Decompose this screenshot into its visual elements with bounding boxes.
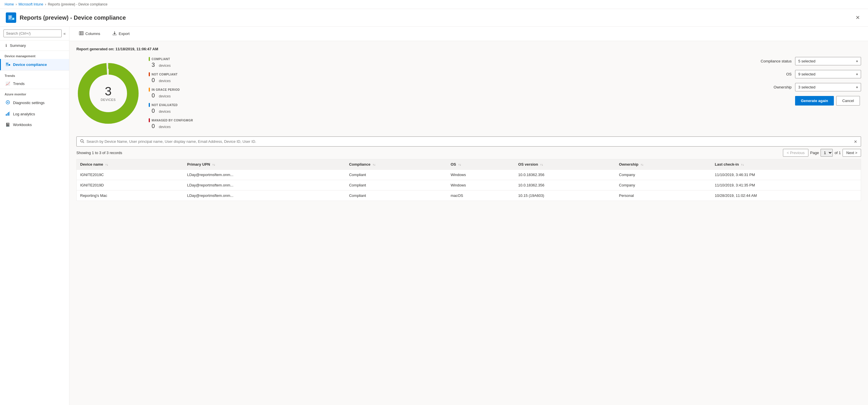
cell-device-name: IGNITE2019C <box>77 170 184 180</box>
svg-rect-8 <box>6 63 8 64</box>
info-icon: ℹ <box>5 43 7 48</box>
svg-rect-2 <box>9 17 11 18</box>
donut-chart: 3 DEVICES <box>76 62 140 125</box>
sidebar-item-label: Summary <box>10 43 26 48</box>
legend-item-configmgr: MANAGED BY CONFIGMGR 0 devices <box>149 118 193 130</box>
donut-container: 3 DEVICES COMPLIANT <box>76 57 193 130</box>
grace-period-bar <box>149 88 150 92</box>
sidebar-section-trends: Trends <box>0 70 69 79</box>
legend-item-compliant: COMPLIANT 3 devices <box>149 57 193 68</box>
page-select[interactable]: 1 <box>820 149 833 157</box>
svg-rect-1 <box>9 16 11 16</box>
not-evaluated-count: 0 <box>149 107 155 114</box>
os-filter: OS 9 selected ▾ <box>751 70 861 78</box>
close-button[interactable]: ✕ <box>853 13 862 22</box>
svg-rect-14 <box>7 113 8 115</box>
col-last-checkin[interactable]: Last check-in ↑↓ <box>711 159 861 170</box>
ownership-label: Ownership <box>751 85 792 89</box>
configmgr-bar <box>149 118 150 122</box>
filter-actions: Generate again Cancel <box>751 96 861 105</box>
svg-rect-5 <box>12 19 13 20</box>
os-label: OS <box>751 72 792 76</box>
chart-filters-row: 3 DEVICES COMPLIANT <box>76 57 861 130</box>
cell-os-version: 10.0.18362.356 <box>515 180 615 191</box>
sidebar-item-device-compliance[interactable]: Device compliance <box>0 59 69 70</box>
sidebar-item-log-analytics[interactable]: Log analytics <box>0 108 69 120</box>
sidebar: « ℹ Summary Device management Device com… <box>0 27 69 405</box>
svg-rect-18 <box>81 32 82 35</box>
legend: COMPLIANT 3 devices NOT COMPLIANT <box>149 57 193 130</box>
cell-compliance: Compliant <box>345 191 447 201</box>
compliance-status-value: 5 selected <box>798 59 815 63</box>
cancel-button[interactable]: Cancel <box>836 96 860 105</box>
col-compliance[interactable]: Compliance ↑↓ <box>345 159 447 170</box>
col-ownership[interactable]: Ownership ↑↓ <box>615 159 711 170</box>
table-search-bar: ✕ <box>76 136 861 146</box>
report-generated: Report generated on: 11/18/2019, 11:06:4… <box>76 47 861 51</box>
export-button[interactable]: Export <box>108 29 133 38</box>
data-table: Device name ↑↓ Primary UPN ↑↓ Compliance… <box>76 159 861 201</box>
chevron-down-icon: ▾ <box>856 85 858 89</box>
ownership-value: 3 selected <box>798 85 815 89</box>
table-row[interactable]: Reporting's Mac LDay@reportmsftem.onm...… <box>77 191 861 201</box>
cell-ownership: Personal <box>615 191 711 201</box>
chevron-down-icon: ▾ <box>856 72 858 76</box>
cell-os: Windows <box>447 180 515 191</box>
breadcrumb-home[interactable]: Home <box>5 2 14 6</box>
sidebar-item-workbooks[interactable]: 📓 Workbooks <box>0 120 69 130</box>
table-row[interactable]: IGNITE2019D LDay@reportmsftem.onm... Com… <box>77 180 861 191</box>
page-title: Reports (preview) - Device compliance <box>20 14 126 21</box>
sidebar-item-label: Log analytics <box>13 112 35 116</box>
breadcrumb-intune[interactable]: Microsoft Intune <box>19 2 43 6</box>
page-header: Reports (preview) - Device compliance ✕ <box>0 9 868 27</box>
col-primary-upn[interactable]: Primary UPN ↑↓ <box>184 159 346 170</box>
table-search-input[interactable] <box>87 139 851 144</box>
generate-again-button[interactable]: Generate again <box>795 96 834 105</box>
search-icon <box>80 139 84 144</box>
collapse-button[interactable]: « <box>63 31 66 36</box>
columns-button[interactable]: Columns <box>75 29 104 38</box>
not-compliant-bar <box>149 72 150 76</box>
configmgr-count: 0 <box>149 123 155 129</box>
cell-primary-upn: LDay@reportmsftem.onm... <box>184 191 346 201</box>
cell-os: macOS <box>447 191 515 201</box>
sort-icon: ↑↓ <box>373 163 376 166</box>
grace-period-count: 0 <box>149 92 155 99</box>
previous-button[interactable]: < Previous <box>783 149 808 157</box>
col-os-version[interactable]: OS version ↑↓ <box>515 159 615 170</box>
table-header-row: Device name ↑↓ Primary UPN ↑↓ Compliance… <box>77 159 861 170</box>
col-os[interactable]: OS ↑↓ <box>447 159 515 170</box>
sidebar-search-container: « <box>0 27 69 40</box>
sort-icon: ↑↓ <box>540 163 543 166</box>
content-area: Columns Export Report generated on: 11/1… <box>69 27 868 405</box>
sidebar-item-summary[interactable]: ℹ Summary <box>0 40 69 50</box>
svg-rect-10 <box>9 64 10 66</box>
cell-compliance: Compliant <box>345 170 447 180</box>
col-device-name[interactable]: Device name ↑↓ <box>77 159 184 170</box>
sort-icon: ↑↓ <box>212 163 215 166</box>
sort-icon: ↑↓ <box>741 163 744 166</box>
cell-device-name: Reporting's Mac <box>77 191 184 201</box>
grace-period-label: IN GRACE PERIOD <box>152 88 180 91</box>
log-analytics-icon <box>5 111 10 117</box>
not-compliant-count: 0 <box>149 77 155 83</box>
sidebar-item-diagnostic-settings[interactable]: Diagnostic settings <box>0 97 69 108</box>
sort-icon: ↑↓ <box>105 163 108 166</box>
svg-rect-17 <box>79 32 81 35</box>
table-row[interactable]: IGNITE2019C LDay@reportmsftem.onm... Com… <box>77 170 861 180</box>
search-input[interactable] <box>3 30 62 37</box>
sort-icon: ↑↓ <box>641 163 644 166</box>
ownership-dropdown[interactable]: 3 selected ▾ <box>795 83 861 91</box>
compliance-status-dropdown[interactable]: 5 selected ▾ <box>795 57 861 65</box>
cell-os-version: 10.0.18362.356 <box>515 170 615 180</box>
breadcrumb-current: Reports (preview) - Device compliance <box>48 2 107 6</box>
compliant-count: 3 <box>149 62 155 68</box>
svg-rect-6 <box>13 18 14 20</box>
cell-last-checkin: 10/28/2019, 11:02:44 AM <box>711 191 861 201</box>
os-dropdown[interactable]: 9 selected ▾ <box>795 70 861 78</box>
search-clear-icon[interactable]: ✕ <box>854 139 857 144</box>
chevron-down-icon: ▾ <box>856 59 858 63</box>
next-button[interactable]: Next > <box>842 149 861 157</box>
svg-rect-9 <box>6 64 8 64</box>
sidebar-item-trends[interactable]: 📈 Trends <box>0 79 69 89</box>
